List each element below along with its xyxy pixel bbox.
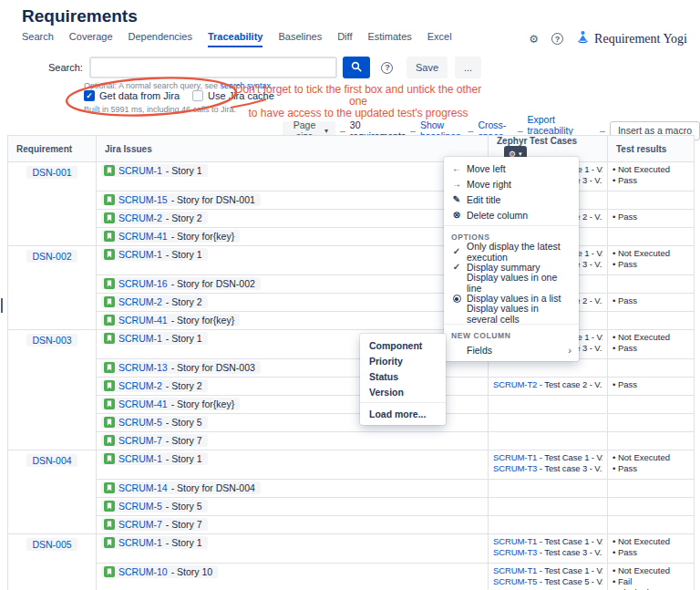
issue-summary: - Story for DSN-002: [171, 278, 255, 289]
submenu-item-component[interactable]: Component: [360, 337, 446, 353]
test-case-link[interactable]: SCRUM-T1: [493, 565, 537, 575]
jira-issue-link[interactable]: SCRUM-5 - Story 5: [101, 500, 208, 512]
column-header-requirement: Requirement: [8, 136, 97, 162]
checkbox-checked-icon: ✓: [84, 90, 95, 101]
table-header-row: Requirement Jira Issues Zephyr Test Case…: [8, 136, 695, 162]
issue-summary: - Story for{key}: [171, 231, 234, 242]
menu-item-label: Move right: [467, 179, 511, 190]
issue-summary: - Story 7: [166, 435, 202, 446]
jira-issue-link[interactable]: SCRUM-41 - Story for{key}: [101, 398, 240, 410]
tab-diff[interactable]: Diff: [337, 31, 352, 47]
tab-baselines[interactable]: Baselines: [278, 31, 322, 47]
jira-issue-link[interactable]: SCRUM-7 - Story 7: [101, 518, 208, 531]
help-icon[interactable]: ?: [551, 33, 563, 45]
jira-issue-link[interactable]: SCRUM-13 - Story for DSN-003: [101, 361, 261, 374]
table-row: SCRUM-7 - Story 7: [8, 432, 695, 450]
test-case-link[interactable]: SCRUM-T1: [493, 536, 537, 546]
menu-item-display-values-in-several-cells[interactable]: Display values in several cells: [444, 305, 579, 321]
submenu-item-version[interactable]: Version: [360, 384, 446, 399]
test-case-link[interactable]: SCRUM-T1: [493, 452, 537, 462]
table-row: DSN-001SCRUM-1 - Story 1SCRUM-T1 - Test …: [8, 162, 695, 191]
requirement-link[interactable]: DSN-004: [26, 454, 77, 467]
search-row: Search: ? Save ...: [48, 57, 481, 78]
requirement-link[interactable]: DSN-005: [26, 538, 77, 551]
menu-item-move-left[interactable]: ←Move left: [444, 160, 579, 176]
requirement-cell: DSN-005: [8, 534, 97, 590]
jira-issue-link[interactable]: SCRUM-14 - Story for DSN-004: [101, 481, 261, 494]
test-case-link[interactable]: SCRUM-T2: [493, 379, 537, 389]
jira-issue-link[interactable]: SCRUM-1 - Story 1: [101, 332, 208, 345]
tab-traceability[interactable]: Traceability: [208, 31, 263, 47]
jira-issue-link[interactable]: SCRUM-10 - Story 10: [101, 565, 218, 578]
test-result-line: • Pass: [612, 212, 689, 223]
test-cases-cell: [489, 498, 608, 516]
jira-issue-link[interactable]: SCRUM-7 - Story 7: [101, 434, 208, 447]
check-icon: ✓: [451, 246, 462, 256]
menu-item-delete-column[interactable]: ⊗Delete column: [444, 207, 579, 223]
issue-key: SCRUM-13: [118, 362, 168, 373]
test-results-cell: [608, 396, 695, 414]
submenu-item-priority[interactable]: Priority: [360, 353, 446, 368]
tab-estimates[interactable]: Estimates: [367, 31, 411, 47]
requirement-link[interactable]: DSN-001: [26, 166, 77, 179]
menu-item-display-values-in-one-line[interactable]: Display values in one line: [444, 274, 579, 290]
gear-icon[interactable]: ⚙: [529, 34, 539, 45]
search-help-button[interactable]: ?: [376, 57, 399, 78]
submenu-item-load-more[interactable]: Load more...: [360, 406, 446, 421]
test-result-line: • Pass: [612, 463, 689, 474]
requirement-cell: DSN-002: [8, 246, 97, 330]
test-results-cell: • Not Executed• Pass: [608, 450, 695, 480]
test-results-cell: • Pass: [608, 378, 695, 396]
jira-issue-cell: SCRUM-7 - Story 7: [97, 432, 489, 450]
test-results-cell: [608, 191, 695, 210]
story-icon: [104, 212, 115, 223]
more-options-button[interactable]: ...: [455, 57, 481, 78]
jira-issue-cell: SCRUM-1 - Story 1: [97, 534, 489, 564]
column-header-jira-issues: Jira Issues: [97, 136, 489, 162]
issue-summary: - Story 1: [166, 537, 202, 548]
jira-issue-link[interactable]: SCRUM-1 - Story 1: [101, 452, 208, 465]
jira-issue-link[interactable]: SCRUM-1 - Story 1: [101, 536, 208, 549]
tab-dependencies[interactable]: Dependencies: [129, 31, 192, 47]
get-data-from-jira-checkbox[interactable]: ✓ Get data from Jira: [84, 90, 180, 101]
menu-item-fields[interactable]: Fields›: [444, 342, 579, 357]
column-header-test-results: Test results: [608, 136, 695, 162]
search-label: Search:: [48, 62, 83, 73]
test-case-link[interactable]: SCRUM-T3: [493, 547, 537, 557]
search-input[interactable]: [89, 57, 337, 78]
menu-item-only-display-the-latest-execution[interactable]: ✓Only display the latest execution: [444, 243, 579, 259]
jira-issue-link[interactable]: SCRUM-41 - Story for{key}: [101, 230, 240, 243]
menu-item-edit-title[interactable]: ✎Edit title: [444, 191, 579, 207]
test-case-link[interactable]: SCRUM-T5: [493, 576, 537, 586]
submenu-item-status[interactable]: Status: [360, 368, 446, 384]
test-case-link[interactable]: SCRUM-T3: [493, 463, 537, 473]
search-syntax-link[interactable]: search syntax: [220, 81, 271, 90]
jira-issue-link[interactable]: SCRUM-41 - Story for{key}: [101, 314, 240, 326]
tab-coverage[interactable]: Coverage: [69, 31, 113, 47]
jira-issue-link[interactable]: SCRUM-2 - Story 2: [101, 379, 208, 392]
test-result-line: • Fail: [612, 576, 689, 587]
jira-issue-link[interactable]: SCRUM-5 - Story 5: [101, 416, 208, 429]
tab-search[interactable]: Search: [22, 31, 54, 47]
use-jira-cache-checkbox[interactable]: Use Jira cache: [192, 90, 274, 101]
jira-issue-link[interactable]: SCRUM-2 - Story 2: [101, 212, 208, 224]
issue-summary: - Story 2: [166, 296, 202, 307]
tab-excel[interactable]: Excel: [427, 31, 452, 47]
requirement-link[interactable]: DSN-002: [26, 250, 77, 263]
story-icon: [104, 482, 115, 493]
magnifier-icon: [351, 61, 362, 75]
jira-issue-link[interactable]: SCRUM-16 - Story for DSN-002: [101, 277, 261, 290]
requirement-link[interactable]: DSN-003: [26, 334, 77, 347]
jira-issue-link[interactable]: SCRUM-15 - Story for DSN-001: [101, 193, 261, 206]
test-result-line: • Not Executed: [612, 248, 689, 259]
jira-issue-link[interactable]: SCRUM-1 - Story 1: [101, 164, 208, 177]
menu-item-move-right[interactable]: →Move right: [444, 176, 579, 191]
requirement-yogi-logo: Requirement Yogi: [576, 30, 687, 47]
save-button[interactable]: Save: [407, 57, 448, 78]
get-data-from-jira-label: Get data from Jira: [99, 90, 180, 101]
hint-suffix: .: [271, 81, 273, 90]
jira-issue-link[interactable]: SCRUM-1 - Story 1: [101, 248, 208, 261]
test-results-cell: • Not Executed• Pass: [608, 330, 695, 359]
jira-issue-link[interactable]: SCRUM-2 - Story 2: [101, 295, 208, 308]
search-button[interactable]: [343, 57, 370, 78]
